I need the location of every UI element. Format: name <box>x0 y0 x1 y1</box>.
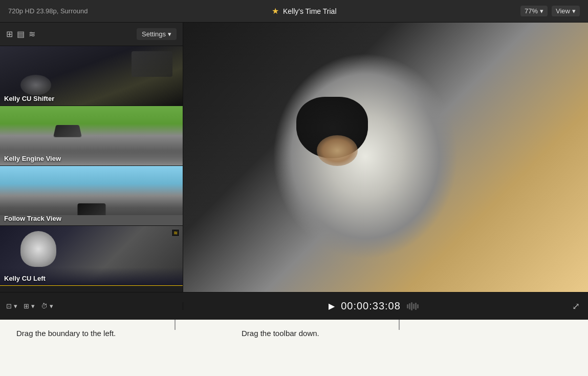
project-title-area: ★ Kelly's Time Trial <box>272 6 337 16</box>
zoom-dropdown[interactable]: 77% ▾ <box>520 6 548 16</box>
top-bar-right: 77% ▾ View ▾ <box>520 6 580 16</box>
clip-label-kelly-cu-shifter: Kelly CU Shifter <box>4 95 54 102</box>
waveform-mini <box>407 301 419 311</box>
toolbar-icons: ⊞ ▤ ≋ <box>6 29 35 39</box>
left-panel: ⊞ ▤ ≋ Settings ▾ Kelly CU Shifter Kelly … <box>0 23 183 320</box>
clip-label-kelly-engine-view: Kelly Engine View <box>4 155 61 162</box>
snap-button[interactable]: ⊞ ▾ <box>24 302 35 310</box>
play-button[interactable]: ▶ <box>329 301 335 311</box>
speed-chevron: ▾ <box>50 302 53 310</box>
driver-scene <box>183 23 588 320</box>
top-bar: 720p HD 23.98p, Surround ★ Kelly's Time … <box>0 0 588 23</box>
left-divider <box>175 320 176 330</box>
project-title: Kelly's Time Trial <box>283 7 337 15</box>
video-preview: Kelly CU Left <box>183 23 588 320</box>
crop-icon: ⊡ <box>6 302 12 310</box>
bottom-bar: ⊡ ▾ ⊞ ▾ ⏱ ▾ ▶ 00:00:33:08 ⤢ <box>0 292 588 320</box>
snap-icon: ⊞ <box>24 302 29 310</box>
bottom-center-controls: ▶ 00:00:33:08 <box>183 300 564 312</box>
clip-item-follow-track-view[interactable]: Follow Track View <box>0 166 183 226</box>
right-divider <box>399 320 400 330</box>
clip-label-kelly-cu-left: Kelly CU Left <box>4 275 46 282</box>
crop-chevron: ▾ <box>14 302 17 310</box>
clip-item-kelly-engine-view[interactable]: Kelly Engine View <box>0 106 183 166</box>
star-icon: ★ <box>272 6 279 16</box>
settings-label: Settings <box>142 30 166 38</box>
annotation-area: Drag the boundary to the left. Drag the … <box>0 320 588 376</box>
timecode-display: 00:00:33:08 <box>341 300 401 312</box>
clip-item-kelly-cu-left[interactable]: ≋ Kelly CU Left <box>0 226 183 286</box>
settings-button[interactable]: Settings ▾ <box>137 28 177 40</box>
clip-item-kelly-cu-shifter[interactable]: Kelly CU Shifter <box>0 46 183 106</box>
audio-badge: ≋ <box>171 229 180 237</box>
wave-bar <box>413 304 415 309</box>
view-dropdown[interactable]: View ▾ <box>552 6 580 16</box>
annotation-left: Drag the boundary to the left. <box>0 328 225 340</box>
format-label: 720p HD 23.98p, Surround <box>8 7 88 15</box>
annotation-right: Drag the toolbar down. <box>225 328 588 340</box>
zoom-value: 77% <box>525 7 538 15</box>
clip-view-icon[interactable]: ⊞ <box>6 29 13 39</box>
settings-chevron: ▾ <box>168 30 171 38</box>
left-toolbar: ⊞ ▤ ≋ Settings ▾ <box>0 23 183 46</box>
fullscreen-button[interactable]: ⤢ <box>564 301 588 312</box>
clip-label-follow-track-view: Follow Track View <box>4 215 61 222</box>
speed-icon: ⏱ <box>41 302 48 310</box>
view-label: View <box>556 7 570 15</box>
main-layout: ⊞ ▤ ≋ Settings ▾ Kelly CU Shifter Kelly … <box>0 23 588 320</box>
wave-bar <box>409 303 410 309</box>
crop-button[interactable]: ⊡ ▾ <box>6 302 17 310</box>
video-background <box>183 23 588 320</box>
waveform-icon[interactable]: ≋ <box>29 29 35 39</box>
zoom-chevron: ▾ <box>540 7 543 15</box>
wave-bar <box>417 304 419 308</box>
clip-list: Kelly CU Shifter Kelly Engine View Follo… <box>0 46 183 297</box>
bottom-left-controls: ⊡ ▾ ⊞ ▾ ⏱ ▾ <box>0 302 183 310</box>
wave-bar <box>411 302 412 310</box>
snap-chevron: ▾ <box>31 302 35 310</box>
wave-bar <box>415 303 417 310</box>
filmstrip-icon[interactable]: ▤ <box>17 29 25 39</box>
view-chevron: ▾ <box>572 7 576 15</box>
speed-button[interactable]: ⏱ ▾ <box>41 302 53 310</box>
wave-bar <box>407 304 408 308</box>
